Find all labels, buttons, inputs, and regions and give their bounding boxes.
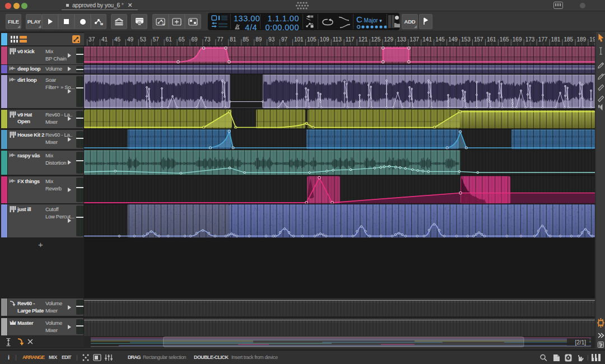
svg-text:57: 57 [153, 36, 160, 43]
svg-text:49: 49 [127, 36, 134, 43]
svg-text:113: 113 [333, 36, 342, 43]
svg-text:w: w [100, 22, 103, 26]
svg-text:[2/1]: [2/1] [575, 339, 587, 346]
svg-text:w: w [162, 22, 165, 25]
svg-text:117: 117 [346, 36, 355, 43]
svg-text:181: 181 [551, 36, 561, 43]
svg-text:41: 41 [101, 36, 108, 43]
svg-text:85: 85 [243, 36, 249, 43]
svg-text:125: 125 [371, 36, 381, 43]
svg-text:81: 81 [230, 36, 236, 43]
svg-text:165: 165 [500, 36, 509, 43]
svg-text:137: 137 [409, 36, 419, 43]
svg-text:45: 45 [114, 36, 121, 43]
svg-text:121: 121 [359, 36, 368, 43]
svg-text:149: 149 [448, 36, 458, 43]
svg-text:133: 133 [397, 36, 406, 43]
svg-text:105: 105 [307, 36, 317, 43]
svg-text:141: 141 [422, 36, 432, 43]
svg-text:53: 53 [140, 36, 147, 43]
svg-text:93: 93 [268, 36, 275, 43]
svg-text:169: 169 [513, 36, 522, 43]
svg-text:173: 173 [525, 36, 535, 43]
svg-text:97: 97 [281, 36, 288, 43]
svg-text:161: 161 [487, 36, 496, 43]
svg-text:69: 69 [192, 36, 198, 43]
svg-text:73: 73 [204, 36, 211, 43]
svg-text:37: 37 [89, 36, 95, 43]
svg-text:145: 145 [435, 36, 445, 43]
svg-text:157: 157 [474, 36, 483, 43]
svg-text:61: 61 [166, 36, 173, 43]
svg-text:77: 77 [217, 36, 224, 43]
svg-text:65: 65 [179, 36, 185, 43]
svg-text:185: 185 [564, 36, 574, 43]
svg-text:153: 153 [461, 36, 471, 43]
svg-text:189: 189 [576, 36, 586, 43]
svg-text:177: 177 [538, 36, 548, 43]
svg-text:129: 129 [384, 36, 393, 43]
svg-text:193: 193 [589, 36, 595, 43]
svg-text:89: 89 [255, 36, 262, 43]
svg-text:101: 101 [294, 36, 304, 43]
svg-text:109: 109 [320, 36, 329, 43]
